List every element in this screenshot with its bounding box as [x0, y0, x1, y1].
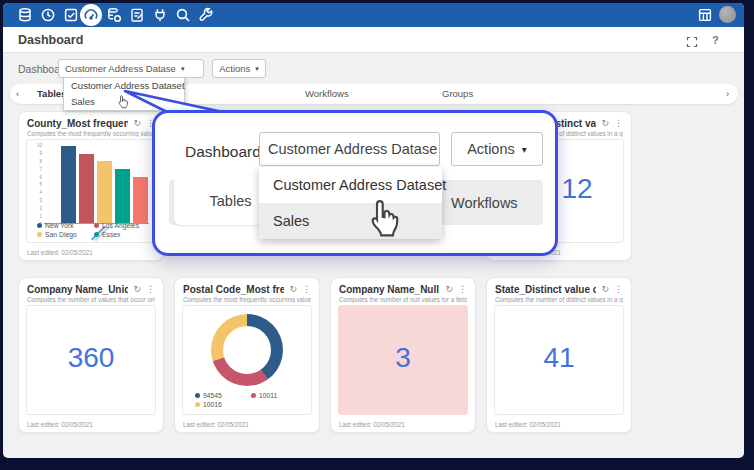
- wrench-icon[interactable]: [198, 7, 214, 23]
- chevron-down-icon: ▾: [181, 65, 185, 73]
- calculator-icon[interactable]: [697, 7, 713, 23]
- y-axis-ticks: 109876543210: [31, 143, 42, 227]
- tab-workflows[interactable]: Workflows: [305, 88, 349, 99]
- refresh-icon[interactable]: ↻: [133, 118, 141, 128]
- card-subtitle: Computes the number of distinct values i…: [495, 296, 623, 303]
- last-edited: Last edited: 02/05/2021: [183, 421, 249, 428]
- card-subtitle: Computes the most frequently occurring v…: [27, 130, 155, 137]
- card-county-most-frequent: County_Most frequent values ↻ ⋮ Computes…: [18, 111, 164, 261]
- actions-label: Actions: [467, 141, 515, 157]
- card-title: Postal Code_Most frequent...: [183, 284, 284, 295]
- last-edited: Last edited: 02/05/2021: [495, 421, 561, 428]
- metric-value: 41: [495, 342, 623, 374]
- help-icon[interactable]: ?: [712, 34, 719, 46]
- dataset-selector-value: Customer Address Datase: [65, 63, 176, 74]
- kebab-menu-icon[interactable]: ⋮: [302, 284, 311, 294]
- card-title: Company Name_Unique co...: [27, 284, 128, 295]
- refresh-icon[interactable]: ↻: [601, 118, 609, 128]
- dataset-selector[interactable]: Customer Address Datase ▾: [58, 59, 204, 78]
- refresh-icon[interactable]: ↻: [289, 284, 297, 294]
- kebab-menu-icon[interactable]: ⋮: [458, 284, 467, 294]
- donut-chart: 945451001110016: [182, 305, 312, 415]
- chevron-right-icon[interactable]: ›: [726, 88, 729, 99]
- menu-item-customer-address-dataset[interactable]: Customer Address Dataset: [259, 167, 442, 203]
- card-title: Company Name_Null count: [339, 284, 440, 295]
- avatar[interactable]: [719, 6, 736, 23]
- tab-groups[interactable]: Groups: [442, 88, 473, 99]
- card-null-body: 3: [338, 305, 468, 415]
- fullscreen-icon[interactable]: [686, 34, 698, 52]
- datasets-icon[interactable]: [106, 7, 122, 23]
- zoom-callout-bubble: Dashboard Customer Address Datase ▾ Acti…: [152, 110, 558, 256]
- card-title: State_Distinct value count: [495, 284, 596, 295]
- breadcrumb: Dashboard: [185, 143, 261, 161]
- cursor-icon: [117, 95, 131, 111]
- bar-plot: [44, 146, 149, 224]
- last-edited: Last edited: 02/05/2021: [27, 421, 93, 428]
- app-window: Dashboard ? Dashboard Customer Address D…: [3, 3, 744, 458]
- card-company-name-null-count: Company Name_Null count ↻ ⋮ Computes the…: [330, 277, 476, 433]
- actions-button[interactable]: Actions ▾: [212, 59, 266, 78]
- metric-value: 360: [27, 342, 155, 374]
- hand-cursor-icon: [367, 199, 407, 245]
- dataset-dropdown-menu: Customer Address Dataset Sales: [259, 167, 442, 239]
- card-state-distinct-value-count: State_Distinct value count ↻ ⋮ Computes …: [486, 277, 632, 433]
- tab-workflows[interactable]: Workflows: [451, 180, 518, 225]
- actions-button[interactable]: Actions ▾: [451, 132, 543, 166]
- card-postal-code-most-frequent: Postal Code_Most frequent... ↻ ⋮ Compute…: [174, 277, 320, 433]
- page-title: Dashboard: [18, 33, 83, 47]
- chart-legend: New YorkLos AngelesSan DiegoEssex: [37, 222, 151, 238]
- kebab-menu-icon[interactable]: ⋮: [146, 284, 155, 294]
- check-square-icon[interactable]: [63, 7, 79, 23]
- tab-tables[interactable]: Tables: [37, 88, 66, 99]
- card-subtitle: Computes the number of null values for a…: [339, 296, 467, 303]
- actions-label: Actions: [219, 63, 250, 74]
- card-title: County_Most frequent values: [27, 118, 128, 129]
- search-icon[interactable]: [175, 7, 191, 23]
- menu-item-sales[interactable]: Sales: [259, 203, 442, 239]
- metric-body: 41: [494, 305, 624, 415]
- chevron-left-icon[interactable]: ‹: [16, 88, 19, 99]
- bar-chart: 109876543210 New YorkLos AngelesSan Dieg…: [26, 139, 156, 243]
- menu-item-customer-address-dataset[interactable]: Customer Address Dataset: [64, 78, 184, 94]
- dataset-selector[interactable]: Customer Address Datase ▾: [259, 132, 440, 166]
- refresh-icon[interactable]: ↻: [133, 284, 141, 294]
- card-subtitle: Computes the number of values that occur…: [27, 296, 155, 303]
- title-bar: Dashboard ?: [3, 27, 744, 53]
- clock-icon[interactable]: [40, 7, 56, 23]
- card-company-name-unique: Company Name_Unique co... ↻ ⋮ Computes t…: [18, 277, 164, 433]
- plug-icon[interactable]: [152, 7, 168, 23]
- chevron-down-icon: ▾: [255, 65, 259, 73]
- checklist-icon[interactable]: [129, 7, 145, 23]
- last-edited: Last edited: 02/05/2021: [27, 249, 93, 256]
- donut: [211, 314, 283, 386]
- chevron-down-icon: ▾: [522, 144, 527, 155]
- refresh-icon[interactable]: ↻: [601, 284, 609, 294]
- kebab-menu-icon[interactable]: ⋮: [614, 284, 623, 294]
- gauge-icon[interactable]: [83, 7, 99, 23]
- metric-body: 360: [26, 305, 156, 415]
- chart-legend: 945451001110016: [195, 392, 307, 408]
- card-subtitle: Computes the most frequently occurring v…: [183, 296, 311, 303]
- dataset-selector-value: Customer Address Datase: [268, 141, 437, 157]
- kebab-menu-icon[interactable]: ⋮: [614, 118, 623, 128]
- last-edited: Last edited: 02/05/2021: [339, 421, 405, 428]
- database-icon[interactable]: [17, 7, 33, 23]
- refresh-icon[interactable]: ↻: [445, 284, 453, 294]
- top-nav: [3, 3, 744, 27]
- metric-value: 3: [338, 342, 468, 374]
